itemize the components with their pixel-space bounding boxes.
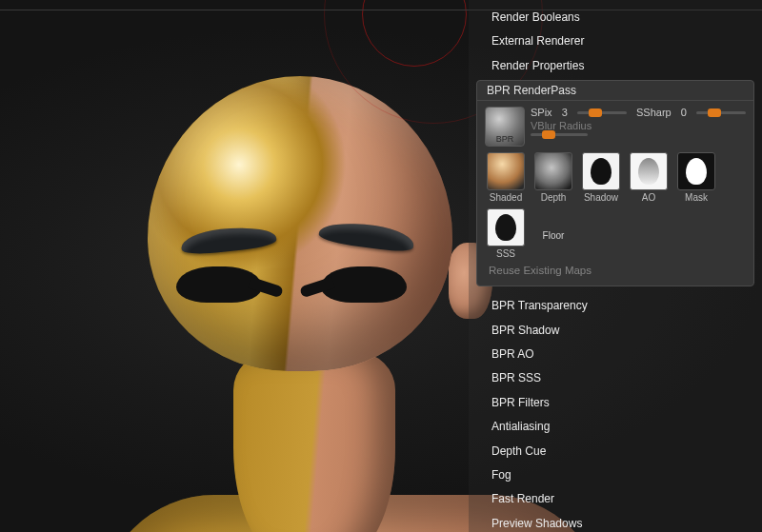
pass-label: SSS	[496, 248, 515, 259]
render-palette: Render Booleans External Renderer Render…	[469, 0, 762, 532]
shadow-thumb-icon	[582, 152, 620, 190]
menu-render-booleans[interactable]: Render Booleans	[469, 6, 762, 30]
vblur-slider[interactable]	[531, 133, 588, 136]
ssharp-label: SSharp	[636, 107, 672, 118]
menu-bpr-filters[interactable]: BPR Filters	[469, 391, 762, 415]
spix-value: 3	[562, 107, 568, 118]
sss-thumb-icon	[487, 208, 525, 246]
pass-ao[interactable]: AO	[628, 152, 670, 203]
ao-thumb-icon	[630, 152, 668, 190]
menu-bpr-shadow[interactable]: BPR Shadow	[469, 319, 762, 343]
pass-label: Shaded	[490, 192, 522, 203]
menu-bpr-ao[interactable]: BPR AO	[469, 343, 762, 366]
menu-preview-shadows[interactable]: Preview Shadows	[469, 512, 762, 532]
pass-label: Depth	[541, 192, 567, 203]
bpr-button-label: BPR	[496, 134, 514, 144]
pass-depth[interactable]: Depth	[532, 152, 574, 203]
pass-shadow[interactable]: Shadow	[580, 152, 622, 203]
menu-fog[interactable]: Fog	[469, 463, 762, 487]
menu-render-properties[interactable]: Render Properties	[469, 54, 762, 78]
pass-mask[interactable]: Mask	[675, 152, 717, 203]
menu-bpr-transparency[interactable]: BPR Transparency	[469, 294, 762, 318]
vblur-label: VBlur Radius	[531, 120, 592, 131]
depth-thumb-icon	[534, 152, 572, 190]
ssharp-value: 0	[681, 107, 687, 118]
pass-label: Shadow	[584, 192, 618, 203]
spix-slider[interactable]	[577, 111, 627, 114]
menu-bpr-sss[interactable]: BPR SSS	[469, 366, 762, 390]
bpr-renderpass-panel: BPR RenderPass BPR SPix 3 SSharp 0 VBlur…	[476, 80, 754, 286]
pass-label: AO	[642, 192, 655, 203]
shaded-thumb-icon	[487, 152, 525, 190]
pass-label: Floor	[543, 230, 565, 241]
pass-sss[interactable]: SSS	[485, 208, 527, 259]
subpanel-title[interactable]: BPR RenderPass	[477, 81, 753, 101]
menu-fast-render[interactable]: Fast Render	[469, 487, 762, 511]
bpr-render-button[interactable]: BPR	[485, 107, 525, 147]
reuse-existing-maps[interactable]: Reuse Existing Maps	[477, 261, 753, 282]
menu-antialiasing[interactable]: Antialiasing	[469, 415, 762, 439]
pass-floor[interactable]: Floor	[532, 208, 574, 248]
spix-label: SPix	[531, 107, 552, 118]
pass-shaded[interactable]: Shaded	[485, 152, 527, 203]
menu-depth-cue[interactable]: Depth Cue	[469, 440, 762, 463]
ssharp-slider[interactable]	[696, 111, 746, 114]
mask-thumb-icon	[677, 152, 715, 190]
menu-external-renderer[interactable]: External Renderer	[469, 30, 762, 53]
pass-label: Mask	[685, 192, 708, 203]
